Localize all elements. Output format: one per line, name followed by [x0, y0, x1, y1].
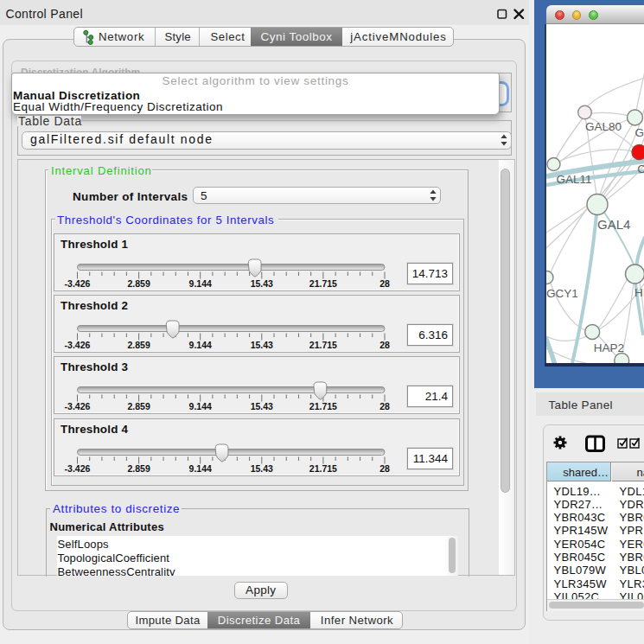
svg-text:15.43: 15.43	[251, 463, 273, 474]
svg-text:9.144: 9.144	[189, 340, 212, 350]
svg-text:GAL80: GAL80	[584, 120, 621, 133]
svg-text:GAL11: GAL11	[556, 173, 591, 186]
svg-text:15.43: 15.43	[251, 278, 273, 289]
svg-text:28: 28	[379, 463, 390, 474]
svg-text:C: C	[637, 163, 644, 175]
svg-text:GAL4: GAL4	[597, 217, 630, 232]
svg-text:28: 28	[379, 278, 390, 289]
svg-text:21.715: 21.715	[309, 340, 337, 350]
svg-text:GA: GA	[634, 126, 644, 139]
svg-text:HIS7: HIS7	[634, 286, 644, 299]
svg-text:HAP2: HAP2	[593, 341, 623, 354]
svg-text:2.859: 2.859	[127, 401, 150, 411]
svg-text:9.144: 9.144	[189, 401, 212, 411]
svg-text:15.43: 15.43	[251, 340, 273, 350]
svg-text:-3.426: -3.426	[65, 278, 91, 289]
svg-text:-3.426: -3.426	[65, 340, 91, 350]
svg-text:21.715: 21.715	[309, 278, 337, 289]
svg-text:2.859: 2.859	[127, 278, 150, 289]
svg-text:GCY1: GCY1	[546, 287, 578, 300]
svg-text:21.715: 21.715	[309, 401, 337, 411]
svg-text:-3.426: -3.426	[65, 401, 91, 411]
svg-text:-3.426: -3.426	[65, 463, 91, 474]
svg-text:9.144: 9.144	[189, 278, 212, 289]
svg-text:21.715: 21.715	[309, 463, 337, 474]
svg-text:9.144: 9.144	[189, 463, 212, 474]
svg-text:28: 28	[379, 401, 390, 411]
svg-text:2.859: 2.859	[127, 463, 150, 474]
svg-text:15.43: 15.43	[251, 401, 273, 411]
svg-text:2.859: 2.859	[127, 340, 150, 350]
svg-text:28: 28	[379, 340, 390, 350]
